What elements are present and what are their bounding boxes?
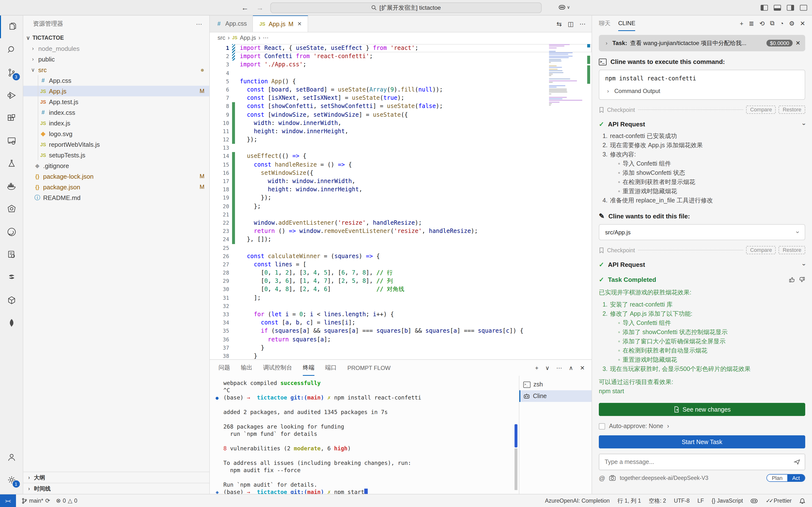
problems-indicator[interactable]: ⊗ 0 △ 0 bbox=[56, 497, 77, 504]
copilot-status-icon[interactable] bbox=[751, 498, 758, 504]
outline-section[interactable]: › 大纲 bbox=[23, 472, 209, 483]
plan-segment[interactable]: Plan bbox=[767, 474, 787, 481]
search-view-icon[interactable] bbox=[0, 38, 23, 61]
settings-icon[interactable]: ⚙ bbox=[789, 19, 795, 27]
code-line-14[interactable]: 14 useEffect(() => { bbox=[210, 152, 592, 161]
code-line-29[interactable]: 29 [0, 3, 6], [1, 4, 7], [2, 5, 8], // 列 bbox=[210, 277, 592, 285]
cursor-position[interactable]: 行 1, 列 1 bbox=[617, 497, 641, 504]
mongodb-leaf-icon[interactable] bbox=[0, 312, 23, 334]
auto-approve-checkbox[interactable] bbox=[599, 423, 605, 429]
ai-completion-status[interactable]: AzureOpenAI: Completion bbox=[545, 498, 610, 504]
tree-item-app.js[interactable]: JSApp.jsM bbox=[23, 86, 209, 96]
code-line-1[interactable]: 1import React, { useState, useEffect } f… bbox=[210, 44, 592, 52]
terminal-instance-zsh[interactable]: >_ zsh bbox=[520, 379, 592, 390]
code-line-3[interactable]: 3import './App.css'; bbox=[210, 61, 592, 69]
code-line-16[interactable]: 16 setWindowSize({ bbox=[210, 169, 592, 177]
copilot-menu[interactable]: ∨ bbox=[558, 3, 570, 11]
code-line-19[interactable]: 19 }); bbox=[210, 194, 592, 202]
tree-item-package-lock.json[interactable]: {}package-lock.jsonM bbox=[23, 171, 209, 182]
code-line-12[interactable]: 12 }); bbox=[210, 135, 592, 144]
branch-indicator[interactable]: main* ⟳ bbox=[22, 497, 50, 504]
code-line-18[interactable]: 18 height: window.innerHeight, bbox=[210, 185, 592, 194]
command-center-search[interactable]: [扩展开发宿主] tictactoe bbox=[270, 2, 542, 13]
api-request-row[interactable]: ✓ API Request › bbox=[599, 261, 805, 268]
code-line-13[interactable]: 13 bbox=[210, 144, 592, 152]
tree-item-setuptests.js[interactable]: JSsetupTests.js bbox=[23, 150, 209, 160]
restore-button[interactable]: Restore bbox=[779, 246, 805, 254]
code-line-36[interactable]: 36 return squares[a]; bbox=[210, 335, 592, 344]
close-panel-icon[interactable]: ✕ bbox=[800, 19, 805, 27]
panel-tab-PROMPT FLOW[interactable]: PROMPT FLOW bbox=[347, 360, 390, 376]
command-output-toggle[interactable]: › Command Output bbox=[605, 88, 799, 95]
model-selector[interactable]: together:deepseek-ai/DeepSeek-V3 bbox=[620, 475, 708, 481]
source-control-icon[interactable]: 3 bbox=[0, 61, 23, 84]
new-task-icon[interactable]: + bbox=[740, 19, 744, 27]
tree-item-logo.svg[interactable]: ◆logo.svg bbox=[23, 128, 209, 139]
tree-item-package.json[interactable]: {}package.jsonM bbox=[23, 182, 209, 192]
docker-icon[interactable] bbox=[0, 175, 23, 198]
panel-tab-问题[interactable]: 问题 bbox=[218, 360, 230, 376]
toggle-secondary-sidebar-icon[interactable] bbox=[787, 5, 794, 10]
camera-icon[interactable] bbox=[609, 475, 616, 481]
breadcrumb-file[interactable]: App.js bbox=[240, 35, 256, 41]
breadcrumb-folder[interactable]: src bbox=[218, 35, 225, 41]
code-line-28[interactable]: 28 [0, 1, 2], [3, 4, 5], [6, 7, 8], // 行 bbox=[210, 269, 592, 277]
code-line-2[interactable]: 2import Confetti from 'react-confetti'; bbox=[210, 52, 592, 61]
send-icon[interactable] bbox=[794, 459, 800, 465]
panel-tab-输出[interactable]: 输出 bbox=[241, 360, 253, 376]
tab-chat[interactable]: 聊天 bbox=[599, 15, 610, 31]
nav-forward-icon[interactable]: → bbox=[256, 3, 264, 12]
minimap[interactable] bbox=[549, 44, 585, 107]
skaffold-icon[interactable] bbox=[0, 266, 23, 289]
panel-tab-端口[interactable]: 端口 bbox=[325, 360, 337, 376]
code-line-31[interactable]: 31 ]; bbox=[210, 294, 592, 302]
plan-act-toggle[interactable]: Plan Act bbox=[766, 474, 805, 482]
tree-item-app.css[interactable]: #App.css bbox=[23, 75, 209, 86]
compare-button[interactable]: Compare bbox=[746, 246, 776, 254]
language-mode[interactable]: {} JavaScript bbox=[712, 498, 743, 504]
see-new-changes-button[interactable]: See new changes bbox=[599, 403, 805, 416]
toggle-panel-icon[interactable] bbox=[774, 5, 781, 10]
tree-item-public[interactable]: ›public bbox=[23, 54, 209, 64]
extensions-icon[interactable] bbox=[0, 107, 23, 129]
panel-tab-终端[interactable]: 终端 bbox=[303, 360, 314, 376]
tree-item-readme.md[interactable]: ⓘREADME.md bbox=[23, 192, 209, 203]
mcp-servers-icon[interactable]: ≣ bbox=[749, 19, 754, 27]
tree-item-app.test.js[interactable]: JSApp.test.js bbox=[23, 96, 209, 107]
tree-item-node_modules[interactable]: ›node_modules bbox=[23, 43, 209, 54]
new-terminal-icon[interactable]: + bbox=[535, 364, 539, 371]
notifications-bell-icon[interactable] bbox=[799, 498, 805, 504]
code-line-38[interactable]: 38 } bbox=[210, 352, 592, 359]
container-box-icon[interactable] bbox=[0, 289, 23, 312]
open-in-editor-icon[interactable]: ⧉ bbox=[770, 19, 775, 27]
tab-cline[interactable]: CLINE bbox=[618, 15, 635, 31]
timeline-section[interactable]: › 时间线 bbox=[23, 483, 209, 494]
mention-icon[interactable]: @ bbox=[599, 474, 605, 482]
api-tools-icon[interactable] bbox=[0, 243, 23, 266]
task-card[interactable]: › Task: 查看 wang-junjian/tictactoe 项目中分配给… bbox=[599, 35, 805, 51]
code-line-30[interactable]: 30 [0, 4, 8], [2, 4, 6] // 对角线 bbox=[210, 285, 592, 294]
tree-item-index.css[interactable]: #index.css bbox=[23, 107, 209, 118]
code-line-8[interactable]: 8 const [showConfetti, setShowConfetti] … bbox=[210, 102, 592, 111]
code-line-26[interactable]: 26 const calculateWinner = (squares) => … bbox=[210, 252, 592, 260]
terminal-instance-cline[interactable]: Cline bbox=[520, 390, 592, 402]
chevron-right-icon[interactable]: › bbox=[667, 423, 669, 430]
code-line-32[interactable]: 32 bbox=[210, 302, 592, 311]
indentation[interactable]: 空格: 2 bbox=[649, 497, 666, 504]
file-box[interactable]: src/App.js › bbox=[599, 224, 805, 240]
code-line-24[interactable]: 24 }, []); bbox=[210, 236, 592, 244]
open-changes-icon[interactable]: ⇆ bbox=[557, 20, 562, 27]
code-line-33[interactable]: 33 for (let i = 0; i < lines.length; i++… bbox=[210, 311, 592, 319]
code-line-10[interactable]: 10 width: window.innerWidth, bbox=[210, 119, 592, 127]
close-tab-icon[interactable]: ✕ bbox=[297, 21, 302, 27]
split-editor-icon[interactable]: ◫ bbox=[567, 20, 574, 27]
code-line-34[interactable]: 34 const [a, b, c] = lines[i]; bbox=[210, 319, 592, 327]
terminal-dropdown-icon[interactable]: ∨ bbox=[545, 364, 550, 371]
code-line-5[interactable]: 5function App() { bbox=[210, 77, 592, 86]
sync-icon[interactable]: ⟳ bbox=[45, 497, 50, 504]
customize-layout-icon[interactable] bbox=[800, 5, 807, 10]
account-icon[interactable]: ◔ bbox=[780, 19, 783, 27]
remote-explorer-icon[interactable] bbox=[0, 129, 23, 152]
maximize-panel-icon[interactable]: ∧ bbox=[569, 364, 573, 371]
close-panel-icon[interactable]: ✕ bbox=[580, 364, 585, 371]
